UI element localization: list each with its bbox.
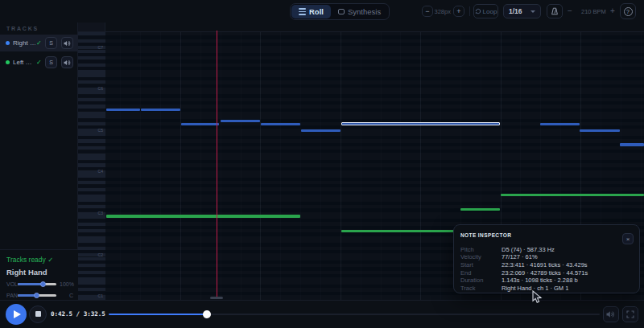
piano-key[interactable]: [78, 178, 105, 180]
piano-key[interactable]: [78, 115, 105, 118]
piano-key[interactable]: [78, 119, 105, 121]
piano-key[interactable]: [78, 163, 105, 166]
piano-key[interactable]: [78, 215, 105, 219]
zoom-in-button[interactable]: +: [453, 6, 464, 17]
volume-slider-thumb[interactable]: [40, 281, 46, 287]
piano-key[interactable]: [78, 143, 105, 146]
tab-roll[interactable]: Roll: [291, 5, 331, 18]
fullscreen-button[interactable]: [622, 306, 638, 322]
piano-key[interactable]: [78, 157, 105, 160]
midi-note[interactable]: [181, 123, 219, 126]
piano-key[interactable]: [78, 77, 105, 80]
piano-key[interactable]: [78, 264, 105, 267]
midi-note[interactable]: [540, 123, 580, 126]
metronome-button[interactable]: [547, 4, 563, 18]
piano-key[interactable]: [78, 98, 105, 101]
piano-key[interactable]: [78, 202, 105, 204]
solo-button[interactable]: S: [45, 37, 57, 49]
piano-key[interactable]: [78, 281, 105, 285]
piano-key[interactable]: [78, 122, 105, 125]
piano-key[interactable]: [78, 136, 105, 138]
piano-key[interactable]: [78, 226, 105, 228]
track-row-left-hand[interactable]: Left … ✓ S: [0, 54, 78, 71]
piano-key[interactable]: [78, 64, 105, 67]
bpm-increase-button[interactable]: +: [610, 6, 615, 15]
piano-key[interactable]: [78, 223, 105, 226]
close-icon[interactable]: ×: [622, 233, 634, 244]
piano-key[interactable]: [78, 271, 105, 274]
track-row-right-hand[interactable]: Right … ✓ S: [0, 35, 78, 51]
piano-key[interactable]: [78, 56, 105, 59]
piano-key[interactable]: [78, 247, 105, 250]
piano-key[interactable]: [78, 146, 105, 150]
midi-note[interactable]: [106, 109, 140, 112]
piano-key[interactable]: [78, 181, 105, 184]
piano-key[interactable]: [78, 288, 105, 291]
midi-note[interactable]: [141, 109, 181, 112]
midi-note[interactable]: [620, 143, 644, 146]
piano-key[interactable]: [78, 205, 105, 208]
loop-button[interactable]: Loop: [473, 4, 498, 18]
midi-note[interactable]: [460, 208, 500, 211]
seek-slider-thumb[interactable]: [203, 310, 211, 318]
timeline-ruler[interactable]: [78, 23, 644, 32]
piano-key[interactable]: [78, 36, 105, 39]
piano-key[interactable]: [78, 50, 105, 53]
piano-key[interactable]: [78, 60, 105, 63]
horizontal-scrollbar-thumb[interactable]: [210, 297, 223, 299]
grid-division-select[interactable]: 1/16: [503, 4, 541, 18]
piano-key[interactable]: [78, 101, 105, 104]
play-button[interactable]: [6, 304, 27, 325]
piano-key[interactable]: [78, 188, 105, 191]
piano-key[interactable]: [78, 198, 105, 201]
piano-key[interactable]: [78, 139, 105, 142]
piano-key[interactable]: [78, 285, 105, 287]
playhead[interactable]: [217, 31, 218, 299]
midi-note[interactable]: [106, 215, 300, 218]
piano-key[interactable]: [78, 39, 105, 43]
midi-note[interactable]: [580, 129, 620, 133]
piano-key[interactable]: [78, 32, 105, 35]
seek-slider[interactable]: [109, 314, 600, 316]
piano-key[interactable]: [78, 233, 105, 236]
piano-key[interactable]: [78, 219, 105, 222]
piano-key[interactable]: [78, 53, 105, 55]
midi-note[interactable]: [301, 129, 341, 133]
piano-key[interactable]: [78, 74, 105, 77]
piano-key[interactable]: [78, 150, 105, 153]
volume-button[interactable]: [603, 306, 619, 322]
piano-key[interactable]: [78, 274, 105, 277]
piano-key[interactable]: [78, 191, 105, 194]
piano-key[interactable]: [78, 109, 105, 111]
piano-key[interactable]: [78, 257, 105, 260]
solo-button[interactable]: S: [45, 56, 57, 68]
piano-key[interactable]: [78, 95, 105, 97]
zoom-out-button[interactable]: −: [422, 6, 433, 17]
stop-button[interactable]: [29, 305, 47, 323]
piano-key[interactable]: [78, 161, 105, 163]
midi-note[interactable]: [341, 230, 455, 233]
midi-note[interactable]: [221, 120, 261, 123]
midi-note-selected[interactable]: [341, 122, 500, 126]
mute-button[interactable]: [61, 37, 73, 49]
piano-key[interactable]: [78, 105, 105, 108]
piano-key[interactable]: [78, 240, 105, 243]
piano-key[interactable]: [78, 244, 105, 246]
piano-key[interactable]: [78, 185, 105, 187]
piano-key[interactable]: [78, 80, 105, 84]
piano-key[interactable]: [78, 174, 105, 177]
piano-key[interactable]: [78, 268, 105, 270]
piano-key[interactable]: [78, 133, 105, 136]
piano-key[interactable]: [78, 229, 105, 232]
pan-slider-thumb[interactable]: [34, 293, 39, 298]
piano-key[interactable]: [78, 91, 105, 94]
midi-note[interactable]: [501, 194, 644, 197]
midi-note[interactable]: [261, 123, 301, 126]
help-button[interactable]: ?: [620, 3, 636, 19]
tab-synthesis[interactable]: Synthesis: [331, 5, 388, 18]
piano-key[interactable]: [78, 260, 105, 263]
bpm-decrease-button[interactable]: −: [568, 6, 572, 15]
mute-button[interactable]: [61, 56, 73, 68]
piano-key[interactable]: [78, 67, 105, 69]
piano-keyboard[interactable]: C7C6C5C4C3C2C1: [78, 32, 105, 300]
